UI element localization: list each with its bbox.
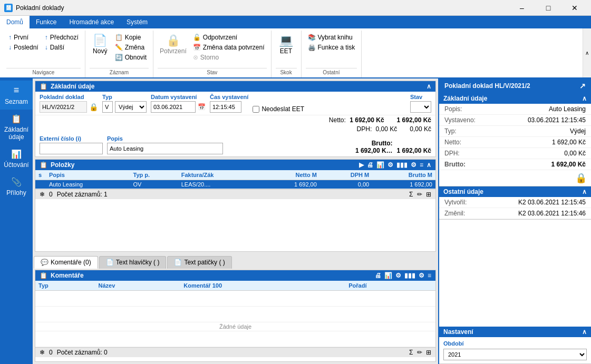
col-faktura: Faktura/Zák xyxy=(178,170,259,180)
pokladni-doklad-input[interactable] xyxy=(40,101,87,113)
tab-text-paticky[interactable]: 📄 Text patičky ( ) xyxy=(167,256,231,269)
edit2-icon[interactable]: ✏ xyxy=(417,191,422,198)
ribbon-obnovit-button[interactable]: 🔄 Obnovit xyxy=(113,53,149,62)
new-doc-icon: 📄 xyxy=(93,34,107,47)
ribbon-eet-button[interactable]: 💻 EET xyxy=(276,33,297,56)
right-zakladni-collapse[interactable]: ∧ xyxy=(582,95,587,102)
content-area: 📋 Základní údaje ∧ Pokladní doklad 🔒 Typ xyxy=(33,78,438,364)
right-dph-value: 0,00 Kč xyxy=(564,150,586,157)
play-icon[interactable]: ▶ xyxy=(359,161,364,169)
chart2-icon[interactable]: 📊 xyxy=(376,161,384,169)
ribbon-group-zaznam-label: Záznam xyxy=(90,68,149,76)
calendar2-icon[interactable]: 📅 xyxy=(198,103,206,111)
main-layout: ≡ Seznam 📋 Základníúdaje 📊 Účtování 📎 Př… xyxy=(0,78,591,364)
book-icon: 📚 xyxy=(308,34,316,41)
ribbon-group-navigace: ↑ První ↓ Poslední ↑ Předchozí ↓ Další xyxy=(2,31,85,77)
menu-funkce[interactable]: Funkce xyxy=(30,16,63,28)
external-link-icon[interactable]: ↗ xyxy=(579,82,586,90)
menu3-icon[interactable]: ≡ xyxy=(428,272,431,279)
ribbon-zmena-button[interactable]: ✏️ Změna xyxy=(113,43,149,52)
ribbon-dalsi-button[interactable]: ↓ Další xyxy=(43,43,81,52)
right-vystaveno-value: 03.06.2021 12:15:45 xyxy=(528,116,586,124)
externi-cislo-input[interactable] xyxy=(40,143,103,154)
bar2-icon[interactable]: ▮▮▮ xyxy=(404,272,415,279)
ribbon-posledni-button[interactable]: ↓ Poslední xyxy=(6,43,41,52)
polozky-collapse[interactable]: ∧ xyxy=(427,161,431,169)
menu2-icon[interactable]: ≡ xyxy=(420,161,423,169)
ribbon-odpotvrzeni-button[interactable]: 🔓 Odpotvrzení xyxy=(191,33,267,42)
sidebar-item-uctovani[interactable]: 📊 Účtování xyxy=(0,145,33,173)
ribbon-zmena-data-button[interactable]: 📅 Změna data potvrzení xyxy=(191,43,267,52)
sigma2-icon[interactable]: Σ xyxy=(409,349,413,356)
arrow-down2-icon: ↓ xyxy=(45,44,48,51)
gear2-icon[interactable]: ⚙ xyxy=(395,272,401,279)
bar-chart-icon[interactable]: ▮▮▮ xyxy=(396,161,408,169)
col-typ: Typ xyxy=(35,281,95,291)
cas-input[interactable] xyxy=(210,101,241,113)
menu-hromadne-akce[interactable]: Hromadné akce xyxy=(63,16,120,28)
stav-select[interactable] xyxy=(410,101,431,113)
gear-icon[interactable]: ⚙ xyxy=(387,161,393,169)
table-row xyxy=(35,290,435,306)
ribbon-predchozi-button[interactable]: ↑ Předchozí xyxy=(43,33,81,42)
tab-text-hlavicky[interactable]: 📄 Text hlavičky ( ) xyxy=(99,256,167,269)
sigma-icon[interactable]: Σ xyxy=(409,191,413,198)
copy-icon: 📋 xyxy=(115,34,123,41)
col-dph-m: DPH M xyxy=(320,170,372,180)
print2-icon[interactable]: 🖨 xyxy=(367,161,373,169)
polozky-header: 📋 Položky ▶ 🖨 📊 ⚙ ▮▮▮ ⚙ ≡ ∧ xyxy=(35,160,435,170)
ribbon-kopie-button[interactable]: 📋 Kopie xyxy=(113,33,149,42)
menu-domu[interactable]: Domů xyxy=(0,16,30,28)
edit-icon: ✏️ xyxy=(115,44,123,51)
minimize-button[interactable]: – xyxy=(510,0,534,16)
chart3-icon[interactable]: 📊 xyxy=(384,272,392,279)
table-icon[interactable]: ⊞ xyxy=(426,191,431,198)
settings2-icon[interactable]: ⚙ xyxy=(411,161,416,169)
komentare-tbody: Žádné údaje xyxy=(35,290,435,347)
sidebar-item-seznam[interactable]: ≡ Seznam xyxy=(0,81,33,110)
popis-label: Popis xyxy=(107,135,223,142)
ribbon-vybrat-knihu-label: Vybrat knihu xyxy=(318,34,353,41)
ribbon-potvrzeni-button[interactable]: 🔒 Potvrzení xyxy=(158,33,189,56)
popis-input[interactable] xyxy=(107,143,223,154)
right-zakladni-title: Základní údaje xyxy=(443,95,487,102)
right-popis-value: Auto Leasing xyxy=(549,105,586,113)
right-zakladni-udaje: Základní údaje ∧ Popis: Auto Leasing Vys… xyxy=(439,93,591,186)
datum-label: Datum vystavení xyxy=(151,94,206,100)
polozky-tbody: Auto Leasing OV LEAS/20.... 1 692,00 0,0… xyxy=(35,180,435,189)
ribbon-prvni-button[interactable]: ↑ První xyxy=(6,33,41,42)
sidebar-item-prilohy[interactable]: 📎 Přílohy xyxy=(0,173,33,201)
tab-komentare[interactable]: 💬 Komentáře (0) xyxy=(34,256,98,269)
neodeslat-eet-checkbox[interactable] xyxy=(253,106,259,113)
settings3-icon[interactable]: ⚙ xyxy=(419,272,424,279)
menu-system[interactable]: Systém xyxy=(120,16,154,28)
ribbon-collapse-button[interactable]: ∧ xyxy=(583,28,591,77)
maximize-button[interactable]: □ xyxy=(536,0,560,16)
ribbon-novy-label: Nový xyxy=(93,47,107,55)
zakladni-udaje-collapse[interactable]: ∧ xyxy=(427,83,431,90)
ribbon-novy-button[interactable]: 📄 Nový xyxy=(90,33,111,56)
dph-label1: DPH: xyxy=(357,125,372,133)
right-nastaveni-collapse[interactable]: ∧ xyxy=(582,328,587,336)
sidebar-item-zakladni-udaje[interactable]: 📋 Základníúdaje xyxy=(0,110,33,145)
ribbon-funkce-tisk-button[interactable]: 🖨️ Funkce a tisk xyxy=(306,43,357,52)
cell-faktura: LEAS/20.... xyxy=(178,180,259,189)
collapse-icon: ∧ xyxy=(585,50,589,56)
edit3-icon[interactable]: ✏ xyxy=(417,349,422,356)
close-button[interactable]: ✕ xyxy=(563,0,587,16)
ribbon-vybrat-knihu-button[interactable]: 📚 Vybrat knihu xyxy=(306,33,357,42)
cell-brutto-m: 1 692,00 xyxy=(372,180,435,189)
datum-input[interactable] xyxy=(151,101,196,113)
table2-icon[interactable]: ⊞ xyxy=(426,349,431,356)
netto-label1: Netto: xyxy=(329,116,346,124)
table-row[interactable]: Auto Leasing OV LEAS/20.... 1 692,00 0,0… xyxy=(35,180,435,189)
ribbon-storno-button[interactable]: ⊗ Storno xyxy=(191,53,267,62)
period-select[interactable]: 2021 2020 xyxy=(443,349,587,360)
zakladni-udaje-section: 📋 Základní údaje ∧ Pokladní doklad 🔒 Typ xyxy=(35,81,436,157)
typ-select[interactable]: Výdej Příjem xyxy=(115,101,147,113)
typ-input[interactable] xyxy=(102,101,113,113)
print3-icon[interactable]: 🖨 xyxy=(375,272,381,279)
calendar-icon: 📅 xyxy=(193,44,201,51)
right-ostatni-collapse[interactable]: ∧ xyxy=(582,188,587,195)
dph-area: DPH: 0,00 Kč 0,00 Kč xyxy=(35,125,435,133)
